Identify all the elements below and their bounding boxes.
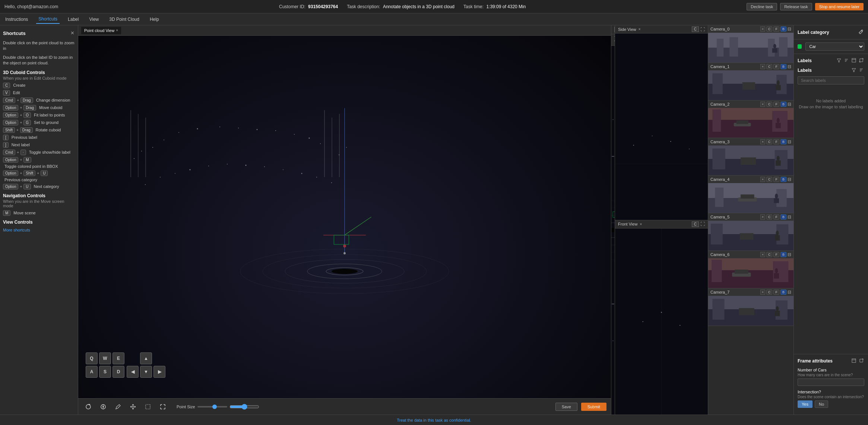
close-side-view[interactable]: × (639, 27, 641, 31)
release-task-button[interactable]: Release task (780, 3, 812, 10)
stop-resume-button[interactable]: Stop and resume later (815, 3, 864, 10)
cam5-f-btn[interactable]: F (773, 214, 779, 220)
labels-sort-icon[interactable] (843, 57, 849, 64)
cam3-x-btn[interactable]: × (760, 139, 765, 144)
front-view-c-btn[interactable]: C (692, 221, 699, 227)
labels-filter-icon[interactable] (836, 57, 842, 64)
frame-attrs-maximize[interactable] (858, 357, 864, 365)
cam5-minimize[interactable]: ⊟ (788, 214, 791, 220)
cam2-minimize[interactable]: ⊟ (788, 102, 791, 107)
key-w[interactable]: W (99, 352, 111, 364)
top-view-canvas[interactable] (611, 46, 615, 415)
cam0-x-btn[interactable]: × (760, 26, 765, 32)
side-view-c-btn[interactable]: C (692, 26, 699, 32)
submit-button[interactable]: Submit (581, 403, 606, 411)
key-q[interactable]: Q (86, 352, 98, 364)
cam6-b-btn[interactable]: B (780, 252, 786, 257)
cam0-f-btn[interactable]: F (773, 26, 779, 32)
tool-expand[interactable] (157, 401, 168, 412)
point-cloud-tab[interactable]: Point cloud View × (81, 27, 121, 34)
menu-shortcuts[interactable]: Shortcuts (36, 15, 60, 24)
menu-instructions[interactable]: Instructions (3, 15, 30, 23)
key-right[interactable]: ▶ (153, 366, 165, 378)
cam3-b-btn[interactable]: B (780, 139, 786, 144)
frame-attrs-minimize[interactable] (851, 357, 857, 365)
cam1-c-btn[interactable]: C (766, 64, 773, 69)
cam3-c-btn[interactable]: C (766, 139, 773, 144)
cam4-minimize[interactable]: ⊟ (788, 177, 791, 182)
cam1-b-btn[interactable]: B (780, 64, 786, 69)
tool-move[interactable] (127, 401, 139, 412)
cam5-b-btn[interactable]: B (780, 214, 786, 220)
labels-sub-actions (851, 67, 864, 74)
intersection-yes-button[interactable]: Yes (798, 400, 812, 408)
svg-rect-119 (740, 233, 754, 240)
labels-maximize-icon[interactable] (858, 57, 864, 64)
point-size-slider[interactable] (229, 404, 259, 410)
cam0-c-btn[interactable]: C (766, 26, 773, 32)
tool-draw[interactable] (113, 401, 124, 412)
key-up[interactable]: ▲ (140, 352, 152, 364)
menu-3d-point-cloud[interactable]: 3D Point Cloud (107, 15, 142, 23)
close-pc-tab[interactable]: × (116, 28, 118, 32)
cam6-f-btn[interactable]: F (773, 252, 779, 257)
edit-label-button[interactable] (858, 28, 864, 36)
cam4-f-btn[interactable]: F (773, 177, 779, 182)
cam7-c-btn[interactable]: C (766, 290, 773, 295)
cam2-x-btn[interactable]: × (760, 102, 765, 107)
cam2-b-btn[interactable]: B (780, 102, 786, 107)
labels-sub-sort[interactable] (858, 67, 864, 74)
cam5-x-btn[interactable]: × (760, 214, 765, 220)
menu-help[interactable]: Help (148, 15, 161, 23)
cam4-b-btn[interactable]: B (780, 177, 786, 182)
decline-task-button[interactable]: Decline task (747, 3, 777, 10)
key-left[interactable]: ◀ (127, 366, 139, 378)
more-shortcuts-link[interactable]: More shortcuts (3, 228, 75, 232)
side-view-maximize[interactable]: ⛶ (700, 27, 705, 32)
cam1-minimize[interactable]: ⊟ (788, 64, 791, 69)
cam1-f-btn[interactable]: F (773, 64, 779, 69)
cam2-c-btn[interactable]: C (766, 102, 773, 107)
cam3-minimize[interactable]: ⊟ (788, 139, 791, 144)
cam7-f-btn[interactable]: F (773, 290, 779, 295)
key-d[interactable]: D (113, 366, 124, 378)
frame-attributes-section: Frame attributes (794, 354, 868, 415)
close-front-view[interactable]: × (640, 222, 642, 226)
num-cars-input[interactable] (798, 378, 864, 386)
cam0-minimize[interactable]: ⊟ (788, 26, 791, 32)
cam2-f-btn[interactable]: F (773, 102, 779, 107)
cam6-x-btn[interactable]: × (760, 252, 765, 257)
cam4-c-btn[interactable]: C (766, 177, 773, 182)
key-down[interactable]: ▼ (140, 366, 152, 378)
tool-brush[interactable] (98, 401, 109, 412)
labels-minimize-icon[interactable] (851, 57, 857, 64)
tool-lasso[interactable] (83, 401, 94, 412)
cam6-minimize[interactable]: ⊟ (788, 252, 791, 257)
menu-view[interactable]: View (87, 15, 101, 23)
save-button[interactable]: Save (555, 403, 577, 411)
cam0-b-btn[interactable]: B (780, 26, 786, 32)
key-e[interactable]: E (113, 352, 124, 364)
cam7-b-btn[interactable]: B (780, 290, 786, 295)
front-view-canvas[interactable] (615, 229, 708, 415)
cam4-x-btn[interactable]: × (760, 177, 765, 182)
side-view-canvas[interactable] (615, 33, 708, 220)
cam7-minimize[interactable]: ⊟ (788, 290, 791, 295)
category-dropdown[interactable]: Car (805, 42, 864, 51)
cam1-image (708, 70, 793, 100)
key-a[interactable]: A (86, 366, 98, 378)
cam7-x-btn[interactable]: × (760, 290, 765, 295)
cam3-f-btn[interactable]: F (773, 139, 779, 144)
search-labels-input[interactable] (798, 76, 864, 84)
front-view-maximize[interactable]: ⛶ (700, 221, 705, 227)
intersection-no-button[interactable]: No (815, 400, 828, 408)
close-shortcuts-button[interactable]: × (70, 29, 75, 37)
labels-sub-filter[interactable] (851, 67, 857, 74)
key-s[interactable]: S (99, 366, 111, 378)
point-cloud-viewport[interactable]: Q W E A S D ▲ ◀ ▼ ▶ (78, 36, 611, 398)
menu-label[interactable]: Label (66, 15, 81, 23)
cam5-c-btn[interactable]: C (766, 214, 773, 220)
tool-select[interactable] (142, 401, 153, 412)
cam6-c-btn[interactable]: C (766, 252, 773, 257)
cam1-x-btn[interactable]: × (760, 64, 765, 69)
